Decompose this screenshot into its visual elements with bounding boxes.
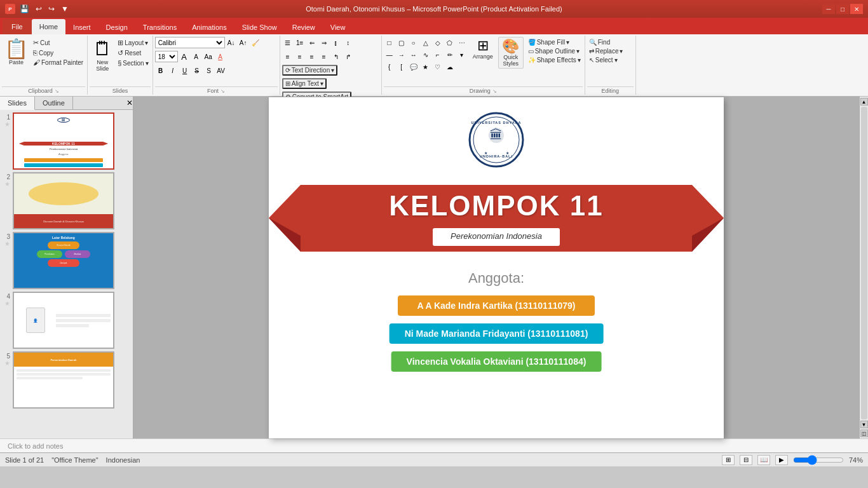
strikethrough-button[interactable]: S [191,65,203,76]
grow-font-button[interactable]: A [179,51,190,62]
save-button[interactable]: 💾 [18,4,31,14]
tab-slides[interactable]: Slides [0,97,35,110]
shape-more-button[interactable]: ⋯ [456,37,468,48]
scroll-up-button[interactable]: ▲ [860,98,868,105]
tab-view[interactable]: View [323,20,353,34]
slide-item-3[interactable]: 3 ★ Latar Belakang Otonomi Daerah Pemeka… [3,232,130,289]
rtl-button[interactable]: ↰ [330,51,342,62]
underline-button[interactable]: U [179,65,191,76]
panel-close-button[interactable]: ✕ [126,97,133,109]
line-spacing-button[interactable]: ↕ [342,37,354,48]
ltr-button[interactable]: ↱ [342,51,354,62]
columns-button[interactable]: ⫿ [330,37,342,48]
slide-canvas[interactable]: UNIVERSITAS DHYANA UNDHIRA-BALI 🏛 ★ ★ [269,97,724,438]
paste-button[interactable]: 📋 Paste [2,37,31,67]
customize-button[interactable]: ▼ [59,4,71,14]
zoom-slider[interactable] [793,456,844,464]
tab-review[interactable]: Review [285,20,323,34]
clear-formatting-button[interactable]: 🧹 [250,37,261,48]
slide-thumb-2[interactable]: Otonomi Daerah & Otonomi Khusus [13,172,114,229]
text-direction-button[interactable]: ⟳ Text Direction ▾ [282,65,338,76]
shape-effects-button[interactable]: ✨ Shape Effects ▾ [526,56,583,64]
scroll-thumb[interactable] [861,107,867,419]
text-shadow-button[interactable]: S [203,65,215,76]
shape-cloud-button[interactable]: ☁ [444,61,456,72]
scroll-down-button[interactable]: ▼ [860,421,868,428]
right-scrollbar[interactable]: ▲ ▼ ◫ [859,97,868,438]
shape-oval-button[interactable]: ○ [408,37,419,48]
cut-button[interactable]: ✂ Cut [31,38,85,48]
shape-rect-button[interactable]: □ [384,37,395,48]
tab-animations[interactable]: Animations [184,20,234,34]
font-name-select[interactable]: Calibri [155,37,225,48]
shape-diamond-button[interactable]: ◇ [432,37,444,48]
tab-slideshow[interactable]: Slide Show [234,20,285,34]
slide-thumb-1[interactable]: 🏛 KELOMPOK 11 Perekonomian Indonesia Ang… [13,112,114,170]
font-color-button[interactable]: A [215,51,226,62]
normal-view-button[interactable]: ⊞ [722,455,735,465]
maximize-button[interactable]: □ [836,4,849,14]
reading-view-button[interactable]: 📖 [757,455,770,465]
layout-button[interactable]: ⊞ Layout ▾ [116,38,150,48]
shape-triangle-button[interactable]: △ [420,37,431,48]
shape-line-button[interactable]: — [384,49,395,60]
italic-button[interactable]: I [167,65,179,76]
shape-bracket-button[interactable]: [ [396,61,407,72]
tab-file[interactable]: File [3,19,32,34]
minimize-button[interactable]: ─ [822,4,835,14]
shape-double-arrow-button[interactable]: ↔ [408,49,419,60]
slideshow-button[interactable]: ▶ [775,455,788,465]
redo-button[interactable]: ↪ [46,4,57,14]
slide-sorter-button[interactable]: ⊟ [740,455,752,465]
bold-button[interactable]: B [155,65,166,76]
slide-thumb-5[interactable]: Pemerintahan Daerah [13,351,114,409]
align-text-button[interactable]: ⊞ Align Text ▾ [282,78,327,89]
shape-brace-button[interactable]: { [384,61,395,72]
bullets-button[interactable]: ☰ [282,37,294,48]
font-size-increase-button[interactable]: A↑ [238,37,249,48]
shape-star-button[interactable]: ★ [420,61,431,72]
justify-button[interactable]: ≡ [318,51,330,62]
numbering-button[interactable]: 1≡ [294,37,306,48]
shape-fill-button[interactable]: 🪣 Shape Fill ▾ [526,38,583,46]
slide-item-5[interactable]: 5 ★ Pemerintahan Daerah [3,351,130,409]
slide-item-4[interactable]: 4 ★ 👤 [3,292,130,349]
format-painter-button[interactable]: 🖌 Format Painter [31,58,85,67]
shape-heart-button[interactable]: ♡ [432,61,444,72]
font-size-select[interactable]: 18 [155,51,178,62]
close-button[interactable]: ✕ [850,4,863,14]
shape-rounded-button[interactable]: ▢ [396,37,407,48]
font-size-decrease-button[interactable]: A↓ [226,37,237,48]
replace-button[interactable]: ⇄ Replace ▾ [587,47,625,55]
reset-button[interactable]: ↺ Reset [116,48,150,58]
shapes-dropdown-button[interactable]: ▾ [456,49,468,60]
shape-arrow-button[interactable]: → [396,49,407,60]
slide-item-2[interactable]: 2 ★ Otonomi Daerah & Otonomi Khusus [3,172,130,229]
view-split-button[interactable]: ◫ [860,430,868,437]
shape-outline-button[interactable]: ▭ Shape Outline ▾ [526,47,583,55]
select-button[interactable]: ↖ Select ▾ [587,56,625,64]
font-expand-icon[interactable]: ↘ [220,88,225,94]
align-left-button[interactable]: ≡ [282,51,294,62]
tab-transitions[interactable]: Transitions [135,20,184,34]
undo-button[interactable]: ↩ [34,4,44,14]
increase-indent-button[interactable]: ⇒ [318,37,330,48]
tab-insert[interactable]: Insert [65,20,98,34]
decrease-indent-button[interactable]: ⇐ [306,37,318,48]
slide-thumb-4[interactable]: 👤 [13,292,114,349]
shape-curve-button[interactable]: ∿ [420,49,431,60]
drawing-expand-icon[interactable]: ↘ [492,88,497,94]
tab-design[interactable]: Design [98,20,135,34]
slide-thumb-3[interactable]: Latar Belakang Otonomi Daerah Pemekaran … [13,232,114,289]
tab-home[interactable]: Home [32,19,65,34]
shrink-font-button[interactable]: A [191,51,202,62]
arrange-button[interactable]: ⊞ Arrange [470,37,496,61]
align-center-button[interactable]: ≡ [294,51,306,62]
clipboard-expand-icon[interactable]: ↘ [55,88,59,94]
change-case-button[interactable]: Aa [203,51,214,62]
notes-bar[interactable]: Click to add notes [0,438,868,452]
section-button[interactable]: § Section ▾ [116,58,150,67]
shape-freeform-button[interactable]: ✏ [444,49,456,60]
tab-outline[interactable]: Outline [35,97,73,109]
quick-styles-button[interactable]: 🎨 QuickStyles [498,37,524,69]
